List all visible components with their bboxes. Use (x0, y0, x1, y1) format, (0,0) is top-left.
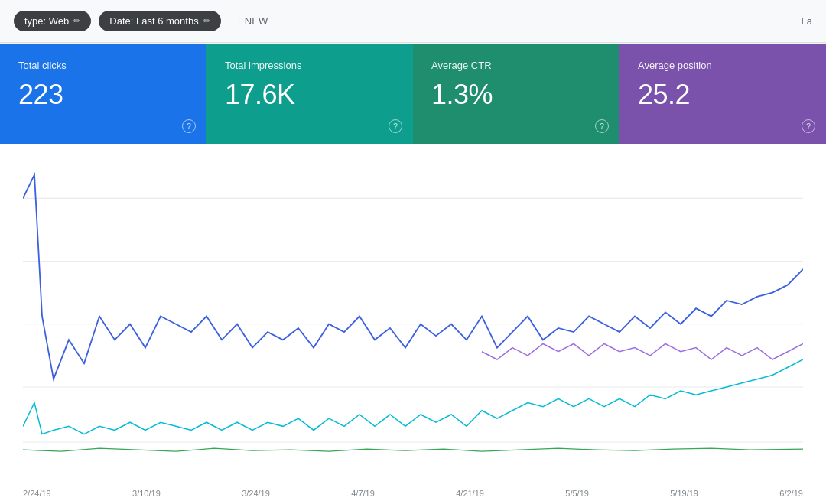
x-label-4: 4/21/19 (456, 489, 484, 498)
metric-ctr: Average CTR 1.3% ? (413, 44, 620, 144)
x-label-7: 6/2/19 (779, 489, 803, 498)
date-filter-pill[interactable]: Date: Last 6 months ✏ (99, 11, 220, 31)
metric-ctr-help[interactable]: ? (595, 119, 609, 133)
x-label-3: 4/7/19 (351, 489, 375, 498)
type-filter-label: type: Web (24, 15, 69, 27)
line-chart (23, 159, 803, 473)
metric-position-help[interactable]: ? (802, 119, 815, 133)
metric-position-value: 25.2 (638, 79, 808, 111)
x-axis-labels: 2/24/19 3/10/19 3/24/19 4/7/19 4/21/19 5… (23, 489, 803, 498)
metric-clicks-help[interactable]: ? (182, 119, 196, 133)
x-label-5: 5/5/19 (565, 489, 589, 498)
metric-impressions-value: 17.6K (225, 79, 395, 111)
new-button[interactable]: + NEW (229, 11, 276, 31)
metric-clicks-label: Total clicks (18, 60, 188, 71)
type-filter-pill[interactable]: type: Web ✏ (14, 11, 91, 31)
metric-impressions: Total impressions 17.6K ? (206, 44, 413, 144)
metric-position: Average position 25.2 ? (620, 44, 826, 144)
date-filter-edit-icon: ✏ (203, 16, 210, 26)
metrics-bar: Total clicks 223 ? Total impressions 17.… (0, 44, 826, 144)
metric-clicks-value: 223 (18, 79, 188, 111)
toolbar: type: Web ✏ Date: Last 6 months ✏ + NEW … (0, 0, 826, 43)
metric-ctr-label: Average CTR (431, 60, 601, 71)
date-filter-label: Date: Last 6 months (109, 15, 198, 27)
metric-clicks: Total clicks 223 ? (0, 44, 206, 144)
metric-impressions-help[interactable]: ? (389, 119, 402, 133)
type-filter-edit-icon: ✏ (73, 16, 80, 26)
toolbar-right-label: La (802, 15, 812, 27)
metric-impressions-label: Total impressions (225, 60, 395, 71)
x-label-6: 5/19/19 (670, 489, 698, 498)
chart-area: 2/24/19 3/10/19 3/24/19 4/7/19 4/21/19 5… (0, 144, 826, 504)
metric-ctr-value: 1.3% (431, 79, 601, 111)
x-label-0: 2/24/19 (23, 489, 51, 498)
x-label-2: 3/24/19 (242, 489, 270, 498)
x-label-1: 3/10/19 (132, 489, 161, 498)
metric-position-label: Average position (638, 60, 808, 71)
